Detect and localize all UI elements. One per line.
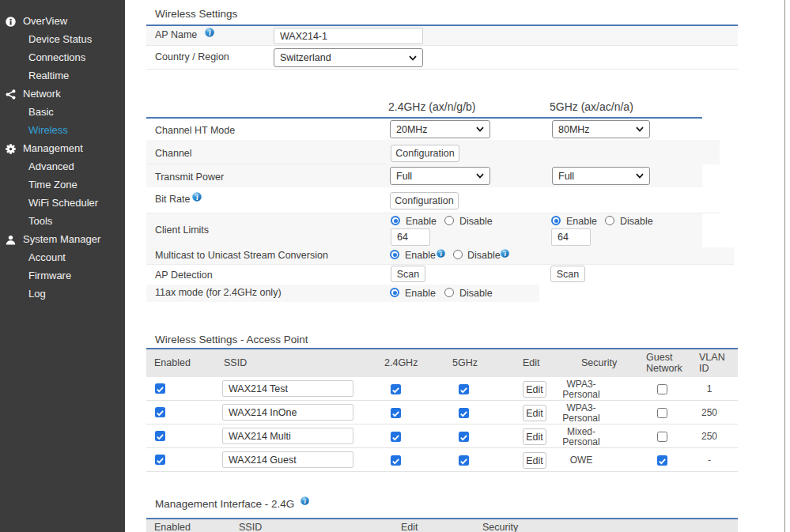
svg-text:i: i — [440, 250, 443, 258]
svg-text:i: i — [505, 250, 507, 258]
svg-text:i: i — [304, 497, 307, 505]
svg-text:i: i — [209, 28, 211, 37]
svg-text:i: i — [196, 193, 198, 202]
